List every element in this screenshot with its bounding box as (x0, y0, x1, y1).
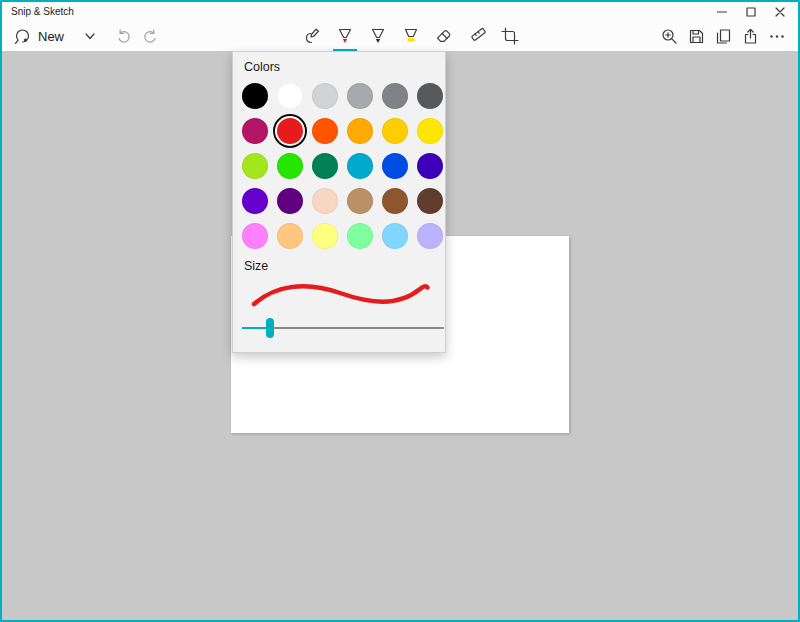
pencil-button[interactable] (364, 22, 392, 50)
touch-writing-button[interactable] (298, 22, 326, 50)
zoom-button[interactable] (656, 23, 682, 49)
color-swatch[interactable] (242, 118, 268, 144)
maximize-button[interactable] (736, 2, 765, 21)
undo-button[interactable] (111, 23, 137, 49)
color-swatch[interactable] (347, 153, 373, 179)
see-more-icon (768, 28, 786, 45)
color-swatch[interactable] (417, 118, 443, 144)
ruler-button[interactable] (463, 22, 491, 50)
toolbar: New (2, 21, 798, 51)
minimize-icon (717, 7, 727, 17)
color-swatch[interactable] (312, 118, 338, 144)
new-button-label: New (38, 29, 64, 44)
color-swatch[interactable] (242, 188, 268, 214)
crop-icon (501, 27, 519, 45)
close-icon (775, 7, 785, 17)
color-swatch[interactable] (382, 188, 408, 214)
eraser-button[interactable] (430, 22, 458, 50)
toolbar-right-group (656, 21, 790, 51)
see-more-button[interactable] (764, 23, 790, 49)
color-swatch[interactable] (312, 223, 338, 249)
color-swatch[interactable] (417, 223, 443, 249)
color-swatch[interactable] (347, 83, 373, 109)
color-swatch[interactable] (382, 153, 408, 179)
image-crop-button[interactable] (496, 22, 524, 50)
redo-icon (142, 28, 158, 44)
color-swatch[interactable] (277, 188, 303, 214)
color-swatch[interactable] (312, 83, 338, 109)
highlighter-icon (401, 26, 421, 46)
toolbar-tools-group (298, 21, 524, 51)
touch-writing-icon (303, 27, 322, 46)
ballpoint-pen-icon (335, 26, 355, 46)
redo-button[interactable] (137, 23, 163, 49)
share-button[interactable] (737, 23, 763, 49)
color-swatch[interactable] (277, 83, 303, 109)
color-swatch[interactable] (347, 118, 373, 144)
color-swatch[interactable] (382, 223, 408, 249)
size-label: Size (244, 259, 268, 273)
chevron-down-icon (83, 29, 97, 43)
titlebar: Snip & Sketch (2, 2, 798, 21)
color-swatch[interactable] (242, 223, 268, 249)
highlighter-button[interactable] (397, 22, 425, 50)
new-snip-icon (13, 27, 32, 46)
copy-button[interactable] (710, 23, 736, 49)
color-swatch[interactable] (242, 153, 268, 179)
undo-icon (116, 28, 132, 44)
color-picker-popup: Colors Size (232, 51, 446, 353)
minimize-button[interactable] (707, 2, 736, 21)
share-icon (742, 28, 759, 45)
color-swatch[interactable] (277, 223, 303, 249)
color-swatch[interactable] (277, 118, 303, 144)
toolbar-left-group: New (8, 21, 163, 51)
color-swatch[interactable] (417, 153, 443, 179)
color-swatch[interactable] (242, 83, 268, 109)
color-swatch[interactable] (277, 153, 303, 179)
window-title: Snip & Sketch (11, 6, 74, 17)
new-options-button[interactable] (77, 23, 103, 49)
color-swatch[interactable] (382, 83, 408, 109)
color-swatch[interactable] (347, 223, 373, 249)
maximize-icon (746, 7, 756, 17)
close-button[interactable] (765, 2, 794, 21)
pencil-icon (368, 26, 388, 46)
colors-label: Colors (244, 60, 280, 74)
eraser-icon (434, 26, 454, 46)
color-swatch[interactable] (312, 153, 338, 179)
color-swatch[interactable] (312, 188, 338, 214)
color-swatch[interactable] (382, 118, 408, 144)
color-swatch-grid (237, 78, 447, 253)
new-snip-button[interactable]: New (8, 24, 69, 49)
copy-icon (715, 28, 732, 45)
color-swatch[interactable] (417, 83, 443, 109)
color-swatch[interactable] (347, 188, 373, 214)
ruler-icon (467, 26, 487, 46)
size-slider[interactable] (242, 318, 444, 338)
zoom-icon (661, 28, 678, 45)
caption-buttons (707, 2, 794, 21)
save-icon (688, 28, 705, 45)
slider-thumb[interactable] (266, 318, 274, 338)
stroke-size-preview (248, 274, 434, 312)
ballpoint-pen-button[interactable] (331, 22, 359, 50)
save-button[interactable] (683, 23, 709, 49)
color-swatch[interactable] (417, 188, 443, 214)
snip-and-sketch-window: Snip & Sketch New (0, 0, 800, 622)
